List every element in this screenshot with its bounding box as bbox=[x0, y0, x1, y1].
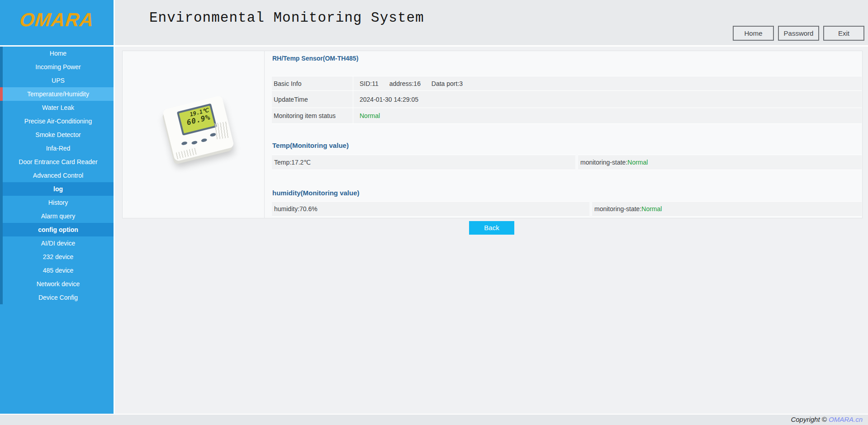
sidebar-item-temperature-humidity[interactable]: Temperature/Humidity bbox=[0, 87, 114, 101]
humidity-state-label: monitoring-state: bbox=[594, 205, 641, 212]
sidebar-item-home[interactable]: Home bbox=[0, 47, 114, 60]
sidebar-item-incoming-power[interactable]: Incoming Power bbox=[0, 60, 114, 74]
monitoring-status-value: Normal bbox=[353, 112, 862, 119]
temp-value: Temp:17.2℃ bbox=[272, 155, 575, 170]
footer-bar: Copyright © OMARA.cn bbox=[0, 414, 868, 425]
sidebar-section-log: log bbox=[0, 182, 114, 196]
monitoring-status-label: Monitoring item status bbox=[272, 108, 353, 123]
home-button[interactable]: Home bbox=[733, 26, 774, 41]
sensor-detail-panel: 19.1℃ 60.9% RH/Temp Sensor(OM-TH485) Bas… bbox=[122, 51, 863, 218]
device-button-icon bbox=[201, 138, 207, 142]
device-button-icon bbox=[181, 141, 187, 146]
basic-info-table: Basic Info SID:11 address:16 Data port:3… bbox=[272, 76, 862, 124]
temp-state-cell: monitoring-state:Normal bbox=[578, 155, 862, 170]
update-time-value: 2024-01-30 14:29:05 bbox=[353, 96, 862, 103]
temp-state-label: monitoring-state: bbox=[580, 159, 627, 166]
sensor-device-screen: 19.1℃ 60.9% bbox=[177, 104, 217, 136]
sidebar-item-infa-red[interactable]: Infa-Red bbox=[0, 142, 114, 155]
table-row-update-time: UpdateTime 2024-01-30 14:29:05 bbox=[272, 90, 862, 108]
header-bar: Environmental Monitoring System Home Pas… bbox=[115, 0, 868, 45]
sidebar-item-ai-di-device[interactable]: AI/DI device bbox=[0, 236, 114, 250]
sidebar-menu: Home Incoming Power UPS Temperature/Humi… bbox=[0, 47, 114, 304]
header-separator bbox=[0, 45, 868, 47]
device-vent-bottom bbox=[176, 148, 197, 159]
environmental-monitoring-app: Environmental Monitoring System Home Pas… bbox=[0, 0, 868, 425]
sidebar: OMARA Home Incoming Power UPS Temperatur… bbox=[0, 0, 114, 415]
page-title: Environmental Monitoring System bbox=[149, 10, 424, 26]
sidebar-item-device-config[interactable]: Device Config bbox=[0, 291, 114, 304]
humidity-value-row: humidity:70.6% monitoring-state:Normal bbox=[272, 201, 862, 217]
sidebar-item-water-leak[interactable]: Water Leak bbox=[0, 101, 114, 114]
address-value: address:16 bbox=[389, 80, 421, 87]
sensor-title: RH/Temp Sensor(OM-TH485) bbox=[272, 55, 360, 62]
sensor-device-body: 19.1℃ 60.9% bbox=[162, 95, 235, 161]
exit-button[interactable]: Exit bbox=[823, 26, 864, 41]
sidebar-item-advanced-control[interactable]: Advanced Control bbox=[0, 169, 114, 182]
table-row-basic-info: Basic Info SID:11 address:16 Data port:3 bbox=[272, 76, 862, 90]
data-port-value: Data port:3 bbox=[432, 80, 463, 87]
sid-value: SID:11 bbox=[360, 80, 379, 87]
basic-info-value: SID:11 address:16 Data port:3 bbox=[353, 80, 862, 87]
sidebar-item-smoke-detector[interactable]: Smoke Detector bbox=[0, 128, 114, 142]
table-row-monitoring-status: Monitoring item status Normal bbox=[272, 108, 862, 124]
basic-info-label: Basic Info bbox=[272, 76, 353, 90]
sidebar-item-precise-air-conditioning[interactable]: Precise Air-Conditioning bbox=[0, 114, 114, 128]
device-button-icon bbox=[191, 141, 198, 145]
sidebar-item-door-entrance-card-reader[interactable]: Door Entrance Card Reader bbox=[0, 155, 114, 169]
copyright-text: Copyright © bbox=[791, 416, 826, 423]
sidebar-item-alarm-query[interactable]: Alarm query bbox=[0, 209, 114, 223]
sidebar-item-network-device[interactable]: Network device bbox=[0, 277, 114, 291]
humidity-section-heading: humidity(Monitoring value) bbox=[272, 189, 360, 197]
omara-link[interactable]: OMARA.cn bbox=[829, 416, 863, 423]
temp-state-value: Normal bbox=[627, 159, 648, 166]
temp-value-row: Temp:17.2℃ monitoring-state:Normal bbox=[272, 155, 862, 170]
sidebar-item-history[interactable]: History bbox=[0, 196, 114, 209]
sidebar-separator bbox=[114, 0, 115, 415]
sidebar-item-485-device[interactable]: 485 device bbox=[0, 264, 114, 277]
panel-column-divider bbox=[264, 51, 265, 218]
update-time-label: UpdateTime bbox=[272, 91, 353, 108]
device-vent-right bbox=[214, 122, 229, 140]
back-button[interactable]: Back bbox=[469, 221, 514, 235]
sensor-device-lcd: 19.1℃ 60.9% bbox=[179, 105, 215, 133]
humidity-value: humidity:70.6% bbox=[272, 201, 589, 217]
omara-logo: OMARA bbox=[0, 4, 115, 36]
sidebar-section-config-option: config option bbox=[0, 223, 114, 236]
temp-section-heading: Temp(Monitoring value) bbox=[272, 142, 349, 149]
password-button[interactable]: Password bbox=[778, 26, 819, 41]
sidebar-item-232-device[interactable]: 232 device bbox=[0, 250, 114, 264]
humidity-state-value: Normal bbox=[641, 205, 662, 212]
humidity-state-cell: monitoring-state:Normal bbox=[592, 201, 862, 217]
sensor-device-image: 19.1℃ 60.9% bbox=[162, 95, 235, 161]
device-button-icon bbox=[210, 132, 216, 137]
sidebar-item-ups[interactable]: UPS bbox=[0, 74, 114, 87]
